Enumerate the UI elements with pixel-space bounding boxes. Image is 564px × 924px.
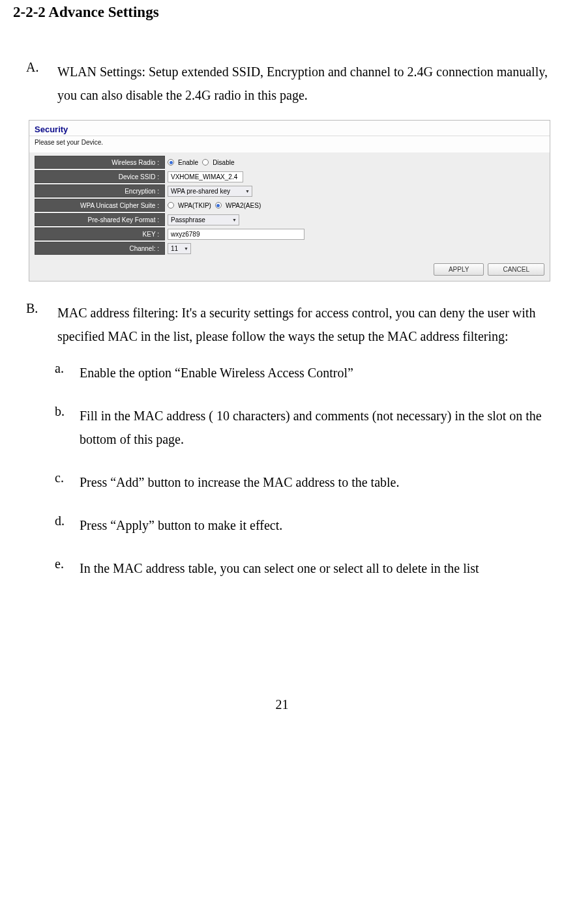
row-encryption: Encryption : WPA pre-shared key <box>35 184 544 198</box>
row-key: KEY : <box>35 227 544 241</box>
label-channel: Channel: : <box>35 242 165 255</box>
radio-disable-label: Disable <box>213 159 234 166</box>
channel-select[interactable]: 11 <box>168 243 191 254</box>
sub-b-marker: b. <box>55 404 80 451</box>
label-encryption: Encryption : <box>35 184 165 197</box>
sub-c: c. Press “Add” button to increase the MA… <box>55 470 551 494</box>
label-cipher: WPA Unicast Cipher Suite : <box>35 199 165 212</box>
sub-a-marker: a. <box>55 361 80 384</box>
apply-button[interactable]: APPLY <box>434 263 484 276</box>
radio-disable[interactable] <box>202 159 209 166</box>
section-b-text: MAC address filtering: It's a security s… <box>57 301 551 348</box>
sub-c-marker: c. <box>55 470 80 494</box>
row-wireless-radio: Wireless Radio : Enable Disable <box>35 155 544 169</box>
panel-header: Security <box>29 121 550 136</box>
label-key: KEY : <box>35 227 165 240</box>
radio-enable[interactable] <box>168 159 174 166</box>
row-ssid: Device SSID : <box>35 169 544 184</box>
panel-subtext: Please set your Device. <box>29 136 550 152</box>
label-wireless-radio: Wireless Radio : <box>35 156 165 169</box>
sub-d: d. Press “Apply” button to make it effec… <box>55 513 551 537</box>
sub-c-text: Press “Add” button to increase the MAC a… <box>80 470 399 494</box>
row-cipher: WPA Unicast Cipher Suite : WPA(TKIP) WPA… <box>35 198 544 212</box>
page-number: 21 <box>13 697 551 712</box>
radio-wpa-tkip-label: WPA(TKIP) <box>178 202 211 209</box>
section-a-text: WLAN Settings: Setup extended SSID, Encr… <box>57 60 551 107</box>
radio-wpa2-aes[interactable] <box>215 202 222 209</box>
row-keyformat: Pre-shared Key Format : Passphrase <box>35 212 544 227</box>
section-b-marker: B. <box>26 301 57 348</box>
sub-a: a. Enable the option “Enable Wireless Ac… <box>55 361 551 384</box>
label-ssid: Device SSID : <box>35 170 165 183</box>
sub-d-text: Press “Apply” button to make it effect. <box>80 513 282 537</box>
sub-e: e. In the MAC address table, you can sel… <box>55 556 551 580</box>
encryption-select[interactable]: WPA pre-shared key <box>168 186 252 197</box>
page-title: 2-2-2 Advance Settings <box>13 4 551 21</box>
sub-b: b. Fill in the MAC address ( 10 characte… <box>55 404 551 451</box>
cancel-button[interactable]: CANCEL <box>488 263 544 276</box>
security-panel: Security Please set your Device. Wireles… <box>29 120 550 282</box>
sub-e-text: In the MAC address table, you can select… <box>80 556 479 580</box>
section-b: B. MAC address filtering: It's a securit… <box>26 301 551 348</box>
sub-a-text: Enable the option “Enable Wireless Acces… <box>80 361 353 384</box>
section-a: A. WLAN Settings: Setup extended SSID, E… <box>26 60 551 107</box>
radio-wpa2-aes-label: WPA2(AES) <box>226 202 261 209</box>
keyformat-select[interactable]: Passphrase <box>168 214 239 225</box>
sub-b-text: Fill in the MAC address ( 10 characters)… <box>80 404 551 451</box>
radio-wpa-tkip[interactable] <box>168 202 174 209</box>
sub-e-marker: e. <box>55 556 80 580</box>
section-a-marker: A. <box>26 60 57 107</box>
radio-enable-label: Enable <box>178 159 198 166</box>
key-input[interactable] <box>168 229 304 240</box>
sub-d-marker: d. <box>55 513 80 537</box>
ssid-input[interactable] <box>168 171 243 182</box>
row-channel: Channel: : 11 <box>35 241 544 255</box>
label-keyformat: Pre-shared Key Format : <box>35 213 165 226</box>
